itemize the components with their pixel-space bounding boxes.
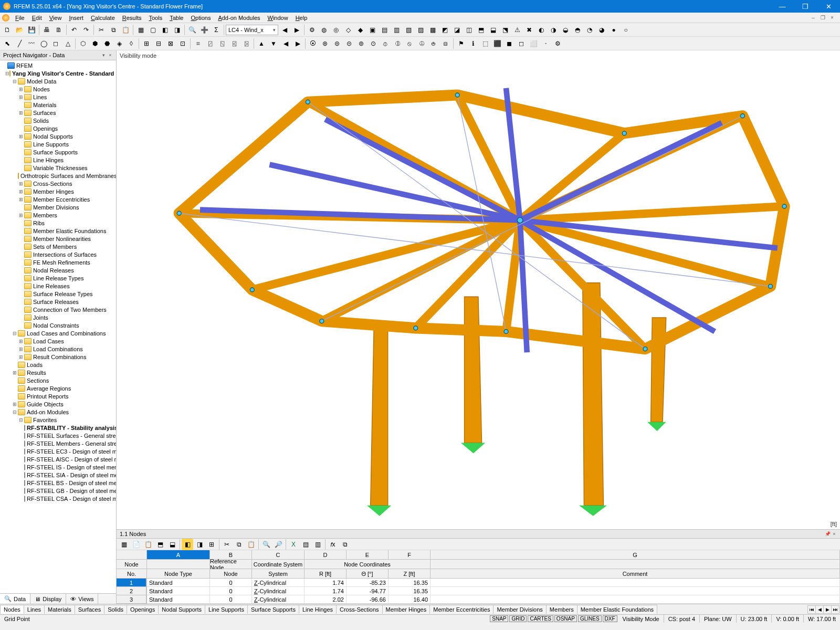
print-preview-icon[interactable]: 🗎	[53, 24, 65, 36]
draw-icon[interactable]: ◊	[125, 38, 137, 49]
tree-item[interactable]: Average Regions	[0, 384, 116, 392]
pin-icon[interactable]: ▾	[101, 52, 106, 58]
next-lc-icon[interactable]: ▶	[291, 24, 302, 36]
tree-item[interactable]: Materials	[0, 101, 116, 109]
table-tab[interactable]: Members	[546, 605, 578, 614]
cut-icon[interactable]: ✂	[96, 24, 107, 36]
menu-view[interactable]: View	[46, 14, 66, 22]
solid-icon[interactable]: ◧	[159, 24, 171, 36]
tree-item[interactable]: Member Elastic Foundations	[0, 227, 116, 235]
table-tab[interactable]: Nodes	[0, 605, 24, 614]
menu-table[interactable]: Table	[166, 14, 187, 22]
grid-nodes[interactable]: Node No. 123 ABCDEFG Reference NodeCoord…	[117, 550, 840, 604]
tree-module[interactable]: RF-STEEL EC3 - Design of steel members	[0, 447, 116, 455]
tool-icon[interactable]: ◪	[451, 24, 463, 36]
minimize-button[interactable]: —	[771, 0, 794, 13]
tree-item[interactable]: Sets of Members	[0, 243, 116, 250]
tool-icon[interactable]: ◩	[439, 24, 450, 36]
tool-icon[interactable]: ◔	[584, 24, 595, 36]
tree-module[interactable]: RF-STEEL BS - Design of steel members	[0, 479, 116, 487]
gbtn[interactable]: ⧉	[233, 539, 245, 550]
gbtn[interactable]: ◧	[182, 539, 193, 550]
table-row[interactable]: Standard0Z-Cylindrical2.02-96.6616.40	[147, 595, 840, 604]
tree-item[interactable]: ⊞Member Hinges	[0, 187, 116, 195]
view-icon[interactable]: ⬛	[491, 38, 503, 49]
draw-icon[interactable]: ⬢	[89, 38, 101, 49]
view-icon[interactable]: ⦺	[428, 38, 439, 49]
view-icon[interactable]: ⦻	[440, 38, 452, 49]
table-tab[interactable]: Surface Supports	[247, 605, 299, 614]
gbtn[interactable]: ⊞	[206, 539, 217, 550]
draw-icon[interactable]: ⬣	[101, 38, 113, 49]
gbtn[interactable]: ⧉	[339, 539, 351, 550]
tree-item[interactable]: ⊞Lines	[0, 93, 116, 101]
table-tab[interactable]: Member Hinges	[382, 605, 430, 614]
tool-icon[interactable]: ⬔	[499, 24, 511, 36]
open-icon[interactable]: 📂	[14, 24, 25, 36]
table-tab[interactable]: Member Eccentricities	[429, 605, 494, 614]
tree-item[interactable]: Solids	[0, 117, 116, 124]
tool-icon[interactable]: ▩	[427, 24, 438, 36]
calculate-icon[interactable]: Σ	[211, 24, 222, 36]
tree-item[interactable]: Loads	[0, 361, 116, 369]
row-header[interactable]: 2	[117, 587, 146, 595]
view-icon[interactable]: ⦹	[416, 38, 427, 49]
draw-line-icon[interactable]: ╱	[14, 38, 25, 49]
tool-icon[interactable]: ◕	[596, 24, 607, 36]
tree-item[interactable]: Orthotropic Surfaces and Membranes	[0, 172, 116, 180]
fx-icon[interactable]: fx	[327, 539, 339, 550]
table-tab[interactable]: Openings	[127, 605, 159, 614]
tree-modeldata[interactable]: ⊟Model Data	[0, 77, 116, 85]
row-header[interactable]: 1	[117, 579, 146, 587]
menu-edit[interactable]: Edit	[28, 14, 46, 22]
tree-favorites[interactable]: ⊟Favorites	[0, 416, 116, 424]
gbtn[interactable]: ⬓	[166, 539, 178, 550]
status-toggle-cartes[interactable]: CARTES	[528, 615, 553, 622]
tree-item[interactable]: Ribs	[0, 219, 116, 227]
draw-icon[interactable]: ⊟	[153, 38, 164, 49]
table-tab[interactable]: Line Hinges	[299, 605, 337, 614]
tree-item[interactable]: Nodal Releases	[0, 266, 116, 274]
view-icon[interactable]: ⬜	[528, 38, 539, 49]
tree-item[interactable]: Member Nonlinearities	[0, 235, 116, 243]
view-icon[interactable]: ⊝	[343, 38, 355, 49]
gbtn[interactable]: ▥	[312, 539, 323, 550]
tool-icon[interactable]: ◍	[318, 24, 330, 36]
draw-icon[interactable]: △	[62, 38, 74, 49]
tree-item[interactable]: Surface Supports	[0, 148, 116, 156]
tool-icon[interactable]: ⚙	[306, 24, 318, 36]
gbtn[interactable]: ▦	[118, 539, 130, 550]
status-toggle-osnap[interactable]: OSNAP	[554, 615, 577, 622]
tree-item[interactable]: Joints	[0, 313, 116, 321]
print-icon[interactable]: 🖶	[41, 24, 52, 36]
menu-window[interactable]: Window	[264, 14, 292, 22]
new-icon[interactable]: 🗋	[2, 24, 13, 36]
draw-icon[interactable]: ⌗	[192, 38, 204, 49]
draw-icon[interactable]: ◯	[38, 38, 49, 49]
settings-icon[interactable]: ⚙	[552, 38, 563, 49]
tree-item[interactable]: ⊞Nodes	[0, 85, 116, 93]
navigator-tree[interactable]: RFEM ⊟Yang Xing Visitor's Centre - Stand…	[0, 60, 116, 593]
tree-module[interactable]: RF-STEEL IS - Design of steel members	[0, 463, 116, 471]
gbtn[interactable]: ✂	[221, 539, 233, 550]
tree-project[interactable]: ⊟Yang Xing Visitor's Centre - Standard F…	[0, 69, 116, 77]
menu-results[interactable]: Results	[119, 14, 145, 22]
view-icon[interactable]: ⦷	[392, 38, 403, 49]
view-icon[interactable]: ⬚	[479, 38, 491, 49]
tree-item[interactable]: ⊟Add-on Modules	[0, 408, 116, 416]
tree-module[interactable]: RF-STEEL GB - Design of steel members	[0, 487, 116, 495]
loadcase-combo[interactable]: LC4 - Wind_x	[226, 25, 278, 35]
tree-item[interactable]: ⊞Surfaces	[0, 109, 116, 117]
row-header[interactable]: 3	[117, 595, 146, 604]
table-tab[interactable]: Member Divisions	[493, 605, 546, 614]
status-toggle-dxf[interactable]: DXF	[603, 615, 617, 622]
tree-item[interactable]: Sections	[0, 376, 116, 384]
table-tab[interactable]: Materials	[44, 605, 75, 614]
draw-curve-icon[interactable]: 〰	[26, 38, 37, 49]
tool-icon[interactable]: ◇	[342, 24, 354, 36]
prev-lc-icon[interactable]: ◀	[279, 24, 290, 36]
view-icon[interactable]: ⦿	[307, 38, 319, 49]
tree-item[interactable]: Line Releases	[0, 282, 116, 290]
tree-module[interactable]: RF-STEEL SIA - Design of steel members	[0, 471, 116, 479]
tree-item[interactable]: Nodal Constraints	[0, 321, 116, 329]
